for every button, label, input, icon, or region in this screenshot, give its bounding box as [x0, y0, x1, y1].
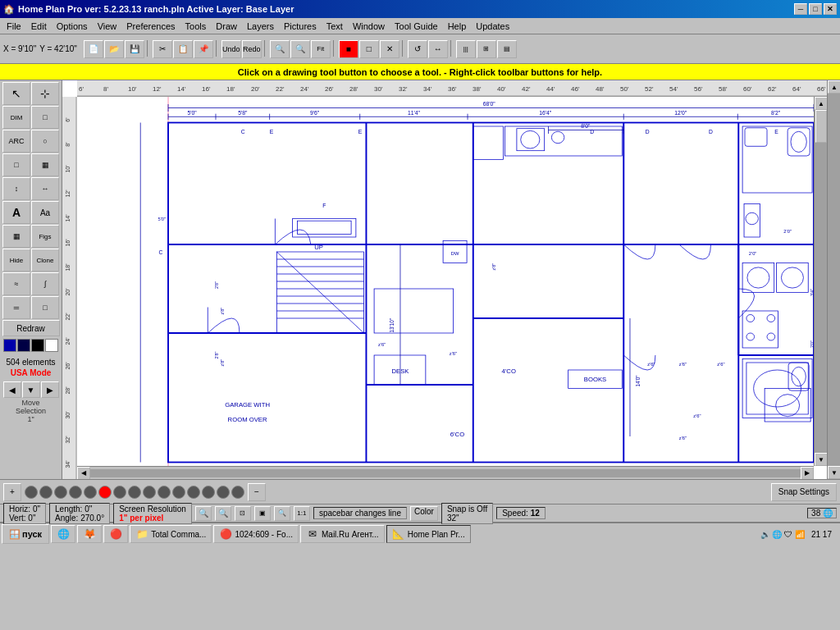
zoom-in-button[interactable]: 🔍 [270, 40, 290, 58]
snap-dot-5[interactable] [84, 486, 97, 499]
zoom-minus-status[interactable]: 🔍 [195, 506, 212, 521]
snap-dot-9[interactable] [158, 486, 171, 499]
menu-options[interactable]: Options [52, 20, 93, 33]
snap-add-button[interactable]: + [3, 483, 21, 501]
zoom-out-button[interactable]: 🔍 [290, 40, 310, 58]
taskbar-item-folder[interactable]: 🔴 1024:609 - Fo... [213, 525, 299, 543]
nav-right-button[interactable]: ▶ [41, 381, 59, 398]
minimize-button[interactable]: ─ [794, 3, 807, 15]
taskbar-item-mail[interactable]: ✉ Mail.Ru Агент... [300, 525, 385, 543]
zoom-scroll-status[interactable]: 🔍 [274, 506, 290, 521]
snap-dot-12[interactable] [202, 486, 215, 499]
taskbar-item-antivirus[interactable]: 🔴 [103, 525, 128, 543]
mirror-button[interactable]: ↔ [428, 40, 448, 58]
taskbar-item-firefox[interactable]: 🦊 [77, 525, 102, 543]
wall-tool[interactable]: □ [2, 153, 30, 176]
small-text-tool[interactable]: Aa [31, 201, 59, 224]
floor-plan[interactable]: .dim-line { stroke: #0000aa; stroke-widt… [77, 97, 814, 466]
clone-tool[interactable]: Clone [31, 249, 59, 272]
color-swatch-blue[interactable] [3, 339, 16, 352]
layer-button[interactable]: ▤ [497, 40, 517, 58]
taskbar-item-homeplan[interactable]: 📐 Home Plan Pr... [386, 525, 471, 543]
menu-preferences[interactable]: Preferences [121, 20, 180, 33]
select-arrow-tool[interactable]: ↖ [2, 82, 30, 105]
draw-line-button[interactable]: ■ [339, 40, 358, 58]
scroll-thumb-v[interactable] [815, 110, 827, 143]
canvas-area[interactable]: 6' 8' 10' 12' 14' 16' 18' 20' 22' 24' 26… [62, 80, 827, 479]
taskbar-item-totalcmd[interactable]: 📁 Total Comma... [130, 525, 212, 543]
snap-dot-3[interactable] [54, 486, 67, 499]
dimension-tool[interactable]: DIM [2, 106, 30, 129]
maximize-button[interactable]: □ [809, 3, 822, 15]
snap-dot-8[interactable] [143, 486, 156, 499]
scroll-up-button[interactable]: ▲ [815, 97, 827, 110]
menu-help[interactable]: Help [443, 20, 472, 33]
double-line-tool[interactable]: ═ [2, 296, 30, 319]
draw-rect-button[interactable]: □ [359, 40, 379, 58]
snap-dot-7[interactable] [128, 486, 141, 499]
snap-dot-red[interactable] [98, 486, 112, 499]
color-swatch-black[interactable] [31, 339, 44, 352]
color-swatch-dark[interactable] [17, 339, 30, 352]
close-button[interactable]: ✕ [824, 3, 837, 15]
save-button[interactable]: 💾 [125, 40, 144, 58]
color-button[interactable]: Color [410, 506, 438, 521]
start-button[interactable]: 🪟 пуск [2, 524, 49, 544]
text-tool[interactable]: A [2, 201, 30, 224]
scroll-track-v[interactable] [815, 110, 827, 453]
snap-dot-1[interactable] [25, 486, 38, 499]
zoom-window-status[interactable]: ▣ [254, 506, 271, 521]
horiz-arrow-tool[interactable]: ↔ [31, 177, 59, 200]
nav-left-button[interactable]: ◀ [3, 381, 21, 398]
snap-button[interactable]: ⊞ [477, 40, 496, 58]
snap-dot-14[interactable] [231, 486, 244, 499]
vscroll-up[interactable]: ▲ [828, 80, 840, 94]
vscroll-track[interactable] [828, 94, 840, 466]
menu-window[interactable]: Window [348, 20, 390, 33]
taskbar-item-browser1[interactable]: 🌐 [51, 525, 75, 543]
scroll-left-button[interactable]: ◀ [77, 467, 90, 480]
snap-dot-6[interactable] [113, 486, 126, 499]
snap-dot-10[interactable] [172, 486, 185, 499]
scroll-right-button[interactable]: ▶ [801, 467, 814, 480]
circle-tool[interactable]: ○ [31, 130, 59, 153]
menu-layers[interactable]: Layers [242, 20, 279, 33]
paste-button[interactable]: 📌 [194, 40, 213, 58]
menu-tools[interactable]: Tools [180, 20, 212, 33]
menu-edit[interactable]: Edit [26, 20, 52, 33]
figs-tool[interactable]: Figs [31, 225, 59, 248]
zoom-fit-button[interactable]: Fit [311, 40, 331, 58]
menu-file[interactable]: File [2, 20, 26, 33]
cut-button[interactable]: ✂ [153, 40, 172, 58]
vscroll-down[interactable]: ▼ [828, 466, 840, 479]
rect-dim-tool[interactable]: □ [31, 106, 59, 129]
menu-pictures[interactable]: Pictures [279, 20, 322, 33]
hatch-tool[interactable]: ▦ [31, 153, 59, 176]
hide-tool[interactable]: Hide [2, 249, 30, 272]
zoom-plus-status[interactable]: 🔍 [215, 506, 231, 521]
menu-view[interactable]: View [93, 20, 122, 33]
menu-updates[interactable]: Updates [471, 20, 514, 33]
snap-dot-13[interactable] [217, 486, 230, 499]
snap-dot-11[interactable] [187, 486, 200, 499]
open-button[interactable]: 📂 [104, 40, 124, 58]
new-button[interactable]: 📄 [84, 40, 103, 58]
grid-fig-tool[interactable]: ▦ [2, 225, 30, 248]
zoom-fit-status[interactable]: ⊡ [235, 506, 251, 521]
copy-button[interactable]: 📋 [173, 40, 193, 58]
redo-button[interactable]: Redo [242, 40, 262, 58]
color-swatch-white[interactable] [45, 339, 58, 352]
menu-text[interactable]: Text [322, 20, 348, 33]
menu-toolguide[interactable]: Tool Guide [390, 20, 443, 33]
snap-settings-button[interactable]: Snap Settings [771, 483, 837, 501]
right-scrollbar[interactable]: ▲ ▼ [814, 97, 827, 466]
curve-tool[interactable]: ∫ [31, 272, 59, 295]
grid-button[interactable]: ||| [456, 40, 476, 58]
snap-dot-4[interactable] [69, 486, 82, 499]
rect2-tool[interactable]: □ [31, 296, 59, 319]
vert-arrow-tool[interactable]: ↕ [2, 177, 30, 200]
scroll-track-h[interactable] [90, 469, 801, 477]
erase-button[interactable]: ✕ [380, 40, 399, 58]
undo-button[interactable]: Undo [221, 40, 241, 58]
bottom-scrollbar[interactable]: ◀ ▶ [77, 466, 814, 479]
